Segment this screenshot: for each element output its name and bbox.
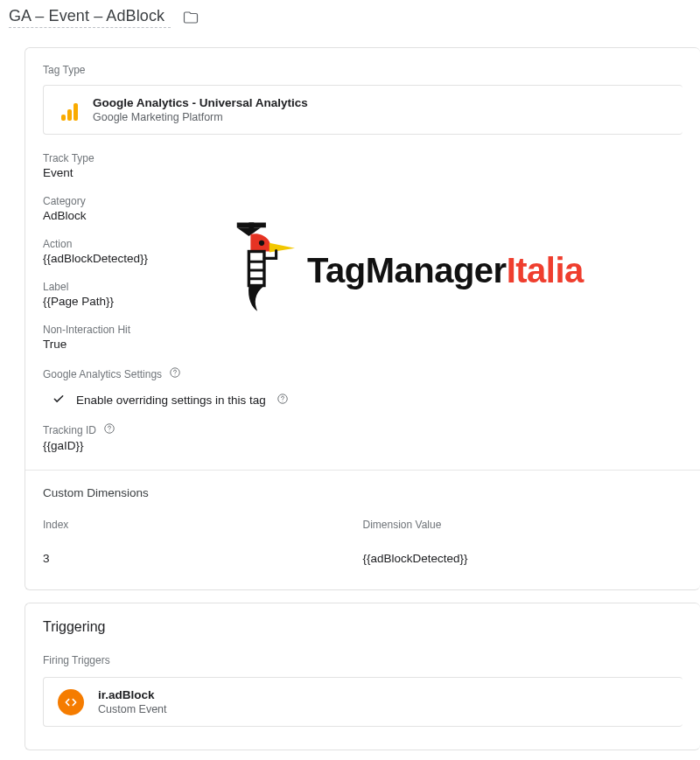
- category-value: AdBlock: [43, 209, 682, 222]
- tag-type-subtitle: Google Marketing Platform: [93, 111, 308, 123]
- help-icon[interactable]: [169, 366, 181, 381]
- track-type-label: Track Type: [43, 152, 682, 164]
- svg-marker-8: [237, 227, 261, 236]
- ga-settings-label: Google Analytics Settings: [43, 368, 162, 380]
- tag-type-title: Google Analytics - Universal Analytics: [93, 96, 308, 109]
- page-title[interactable]: GA – Event – AdBlock: [9, 7, 171, 28]
- svg-rect-7: [248, 222, 254, 233]
- category-label: Category: [43, 195, 682, 207]
- custom-event-icon: [58, 689, 84, 715]
- custom-dimensions-title: Custom Dimensions: [43, 486, 682, 499]
- help-icon[interactable]: [276, 393, 289, 408]
- divider: [25, 470, 700, 471]
- noninteraction-label: Non-Interaction Hit: [43, 324, 682, 336]
- svg-point-1: [175, 374, 176, 375]
- svg-point-3: [282, 401, 283, 401]
- help-icon[interactable]: [103, 422, 116, 437]
- index-header: Index: [43, 519, 363, 531]
- override-settings-label: Enable overriding settings in this tag: [76, 394, 266, 407]
- dimension-value: {{adBlockDetected}}: [363, 552, 683, 565]
- noninteraction-value: True: [43, 338, 682, 351]
- svg-marker-6: [237, 222, 266, 227]
- tag-type-label: Tag Type: [43, 64, 682, 76]
- tag-type-card[interactable]: Google Analytics - Universal Analytics G…: [43, 85, 682, 135]
- label-value: {{Page Path}}: [43, 295, 682, 308]
- action-label: Action: [43, 238, 682, 250]
- label-label: Label: [43, 281, 682, 293]
- firing-triggers-label: Firing Triggers: [43, 654, 682, 666]
- index-value: 3: [43, 552, 363, 565]
- trigger-card[interactable]: ir.adBlock Custom Event: [43, 677, 682, 727]
- triggering-title: Triggering: [43, 619, 682, 635]
- trigger-title: ir.adBlock: [98, 688, 167, 701]
- triggering-panel: Triggering Firing Triggers ir.adBlock Cu…: [24, 603, 700, 750]
- tracking-id-value: {{gaID}}: [43, 439, 682, 452]
- dimension-value-header: Dimension Value: [363, 519, 683, 531]
- folder-icon[interactable]: [183, 10, 199, 25]
- action-value: {{adBlockDetected}}: [43, 252, 682, 265]
- analytics-icon: [58, 100, 79, 121]
- trigger-subtitle: Custom Event: [98, 703, 167, 715]
- track-type-value: Event: [43, 166, 682, 179]
- svg-point-5: [108, 430, 109, 431]
- tag-config-panel: Tag Type Google Analytics - Universal An…: [24, 47, 700, 590]
- tracking-id-label: Tracking ID: [43, 424, 96, 436]
- check-icon: [52, 392, 66, 408]
